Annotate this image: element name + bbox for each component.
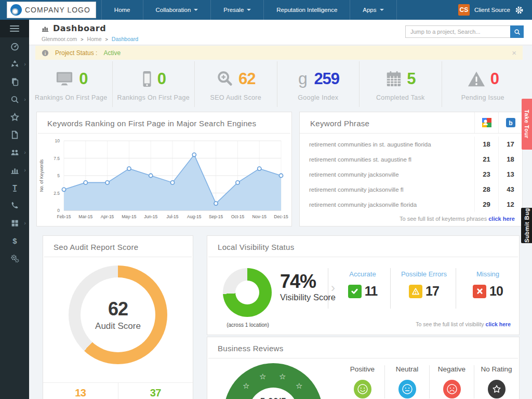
sidebar-item-dashboard[interactable] [0,37,29,55]
visibility-footer: To see the full list of visibility click… [416,321,511,327]
bing-column-header: b [498,112,522,133]
kpi-stats-row: 0 Rankings On First Page 0 Rankings On F… [30,61,524,107]
svg-text:10: 10 [55,138,60,143]
stat-value: 0 [490,70,499,88]
sidebar-item-recycle[interactable]: › [0,55,29,73]
sidebar-item-copy[interactable] [0,73,29,90]
stat-value: 0 [157,70,166,88]
google-rank: 23 [474,167,498,182]
table-row: retirement community jacksonville florid… [300,197,522,212]
svg-text:2.5: 2.5 [54,191,60,196]
visibility-score-label: Visibility Score [280,292,336,302]
sidebar-toggle[interactable] [0,20,29,37]
svg-text:g: g [298,70,308,88]
google-g-icon: g [297,70,309,88]
sidebar-item-favorites[interactable] [0,108,29,126]
google-rank: 18 [474,137,498,152]
stat-label: Completed Task [376,94,425,101]
status-value: Active [103,49,121,57]
breadcrumb-home[interactable]: Home [87,36,102,42]
sidebar-item-billing[interactable]: $ [0,232,29,249]
svg-text:Nov-15: Nov-15 [252,214,267,219]
chevron-right-icon: › [24,97,26,102]
google-rank: 28 [474,182,498,197]
stat-value: 62 [238,70,255,88]
local-visibility-panel: Local Visibility Status (across 1 locati… [207,235,520,335]
sidebar-item-documents[interactable] [0,126,29,143]
search-icon [10,95,19,104]
sidebar-item-reports[interactable]: › [0,161,29,179]
breadcrumb-current[interactable]: Dashboard [112,36,138,42]
grid-icon [10,219,19,228]
copy-icon [10,77,19,86]
warning-icon [467,70,486,88]
company-logo[interactable]: COMPANY LOGO [7,2,96,18]
breadcrumb-project[interactable]: Glenmoor.com [42,36,77,42]
stat-label: Google Index [298,94,338,101]
sidebar-item-apps-grid[interactable]: › [0,214,29,232]
nav-item-reputation-intelligence[interactable]: Reputation Intelligence [263,0,350,20]
stat-label: Possible Errors [395,270,453,278]
submit-bug-tab[interactable]: Submit Bug [521,208,532,243]
sidebar-item-settings[interactable] [0,249,29,267]
gear-icon[interactable] [515,6,524,15]
smile-icon [354,380,371,398]
star-icon [488,380,506,398]
visibility-click-here-link[interactable]: click here [486,321,511,327]
nav-item-home[interactable]: Home [101,0,143,20]
sidebar-item-search[interactable]: › [0,90,29,108]
search-icon [514,29,521,35]
client-source-badge[interactable]: CS [458,4,470,16]
nav-item-apps[interactable]: Apps [350,0,396,20]
main-nav: Home Collaboration Presale Reputation In… [101,0,397,20]
category-label: Negative [438,365,466,373]
seo-audit-panel: Seo Audit Report Score 62 Audit Score 13… [43,235,193,399]
close-icon[interactable]: × [512,49,516,57]
stat-label: SEO Audit Score [210,94,261,101]
stat-value: 0 [79,70,87,88]
search-button[interactable] [510,25,524,38]
stat-seo-audit-score: 62 SEO Audit Score [195,61,277,107]
google-icon [482,118,491,127]
take-tour-tab[interactable]: Take Tour [522,99,532,150]
missing-stat: Missing 10 [461,270,515,299]
negative-reviews: Negative [430,365,474,398]
dollar-icon: $ [10,236,19,245]
table-row: retirement communities st. augustine fl2… [300,152,522,167]
breadcrumb: Glenmoor.com>Home>Dashboard [42,36,138,42]
chevron-down-icon [247,9,251,11]
chevron-right-icon: › [24,150,26,155]
divider [328,268,328,309]
panel-title: Local Visibility Status [208,236,518,257]
check-icon [348,285,362,298]
nav-item-presale[interactable]: Presale [210,0,263,20]
search-input[interactable] [405,25,510,38]
bing-rank: 17 [498,137,522,152]
left-sidebar: › › › › T › [0,20,29,399]
top-navbar: COMPANY LOGO Home Collaboration Presale … [0,0,532,20]
logo-text: COMPANY LOGO [25,6,90,14]
neutral-reviews: Neutral [385,365,430,398]
visibility-score: 74% Visibility Score [280,272,336,302]
client-source-label[interactable]: Client Source [474,7,510,13]
stat-value: 11 [365,284,377,299]
keyword-phrase-panel: Keyword Phrase b retirement communities … [299,112,523,227]
svg-text:Jun-15: Jun-15 [144,214,157,219]
review-rating-gauge: 5.00/5 ☆ ☆ ☆ ☆ ☆ ☆ [224,363,323,399]
svg-text:7.5: 7.5 [54,156,60,161]
bing-rank: 43 [498,182,522,197]
audit-substats: 13 Domain strength 37 On-Page Optimizati… [43,382,193,399]
category-label: No Rating [481,365,512,373]
nav-item-collaboration[interactable]: Collaboration [143,0,211,20]
page-title: Dashboard [42,23,106,33]
svg-text:Feb-15: Feb-15 [57,214,71,219]
sidebar-item-users[interactable]: › [0,143,29,161]
sidebar-item-text[interactable]: T [0,179,29,196]
category-label: Neutral [396,365,419,373]
divider [456,268,456,309]
google-column-header [474,112,498,133]
stat-label: Accurate [338,270,387,278]
keywords-click-here-link[interactable]: click here [488,216,515,222]
panel-title: Business Reviews [208,337,518,358]
sidebar-item-calls[interactable] [0,196,29,214]
